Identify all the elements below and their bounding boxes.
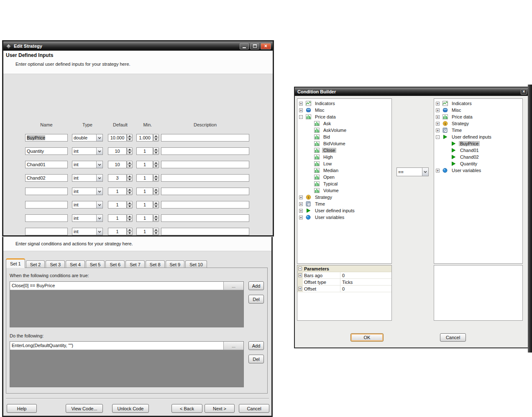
default-field[interactable]: 1 <box>108 228 127 235</box>
maximize-icon[interactable] <box>250 43 259 49</box>
expand-toggle[interactable]: + <box>299 202 303 206</box>
description-field[interactable] <box>161 161 249 168</box>
expand-toggle[interactable]: + <box>436 115 440 119</box>
expand-toggle[interactable]: + <box>436 102 440 106</box>
tree-item[interactable]: Bid <box>297 134 391 140</box>
chevron-down-icon[interactable] <box>96 175 102 181</box>
collapse-toggle[interactable]: - <box>298 267 302 270</box>
spin-down-icon[interactable] <box>153 218 159 222</box>
chevron-down-icon[interactable] <box>96 201 102 208</box>
tree-item[interactable]: Ask <box>297 120 391 127</box>
help-button[interactable]: Help <box>7 404 37 413</box>
spin-down-icon[interactable] <box>127 232 133 236</box>
actions-list[interactable]: EnterLong(DefaultQuantity, "")... <box>10 341 244 387</box>
expand-toggle[interactable]: + <box>436 129 440 132</box>
min-field[interactable]: 1.000 <box>136 134 153 142</box>
spin-down-icon[interactable] <box>153 232 159 236</box>
expand-toggle[interactable]: + <box>299 196 303 199</box>
add-action-button[interactable]: Add <box>248 341 264 350</box>
spin-down-icon[interactable] <box>127 191 133 196</box>
chevron-down-icon[interactable] <box>96 148 102 154</box>
expand-toggle[interactable]: + <box>436 169 440 172</box>
parameters-header[interactable]: - Parameters <box>297 265 391 272</box>
tree-item[interactable]: +User variables <box>297 214 391 221</box>
expand-toggle[interactable]: + <box>299 108 303 112</box>
tree-item[interactable]: +Price data <box>434 113 522 120</box>
expand-toggle[interactable]: + <box>436 122 440 126</box>
tree-item[interactable]: Volume <box>297 187 391 194</box>
default-field[interactable]: 1 <box>108 214 127 222</box>
list-item[interactable]: Close[0] == BuyPrice... <box>10 282 243 290</box>
tab-set-5[interactable]: Set 5 <box>86 260 105 268</box>
tree-item[interactable]: Chand02 <box>434 154 522 160</box>
spin-down-icon[interactable] <box>127 218 133 222</box>
description-field[interactable] <box>161 228 249 235</box>
default-field[interactable]: 3 <box>108 174 127 182</box>
type-select[interactable]: int <box>72 161 103 168</box>
tree-item[interactable]: Low <box>297 160 391 167</box>
next-button[interactable]: Next > <box>205 404 235 413</box>
spin-down-icon[interactable] <box>127 138 133 142</box>
close-icon[interactable]: × <box>261 43 271 49</box>
name-field[interactable]: BuyPrice <box>25 134 68 142</box>
default-field[interactable]: 10 <box>108 147 127 155</box>
tree-item[interactable]: Quantity <box>434 160 522 167</box>
chevron-down-icon[interactable] <box>96 161 102 168</box>
tree-item[interactable]: +$Strategy <box>434 120 522 127</box>
name-field[interactable]: Chand01 <box>25 161 68 168</box>
tree-item[interactable]: Median <box>297 167 391 174</box>
tree-item[interactable]: +Misc <box>434 107 522 113</box>
default-field[interactable]: 10.000 <box>108 134 127 142</box>
expand-toggle[interactable]: + <box>298 273 302 277</box>
tree-item[interactable]: +Misc <box>297 107 391 113</box>
back-button[interactable]: < Back <box>171 404 202 413</box>
description-field[interactable] <box>161 201 249 208</box>
tab-set-3[interactable]: Set 3 <box>46 260 65 268</box>
unlock-code-button[interactable]: Unlock Code <box>112 404 149 413</box>
spin-down-icon[interactable] <box>153 151 159 155</box>
tree-item[interactable]: Open <box>297 174 391 180</box>
tree-item[interactable]: Chand01 <box>434 147 522 154</box>
type-select[interactable]: int <box>72 188 103 195</box>
chevron-down-icon[interactable] <box>96 134 102 141</box>
tree-item[interactable]: +User defined inputs <box>297 207 391 214</box>
spin-down-icon[interactable] <box>127 178 133 182</box>
spin-down-icon[interactable] <box>127 151 133 155</box>
operator-select[interactable]: == <box>396 167 429 176</box>
min-field[interactable]: 1 <box>136 188 153 195</box>
spin-down-icon[interactable] <box>153 178 159 182</box>
delete-condition-button[interactable]: Del <box>248 295 264 304</box>
condition-builder-titlebar[interactable]: Condition Builder × <box>295 88 529 96</box>
name-field[interactable]: Chand02 <box>25 174 68 182</box>
min-field[interactable]: 1 <box>136 174 153 182</box>
description-field[interactable] <box>161 147 249 155</box>
spin-down-icon[interactable] <box>153 138 159 142</box>
name-field[interactable] <box>25 201 68 208</box>
min-field[interactable]: 1 <box>136 228 153 235</box>
tree-item[interactable]: +Indicators <box>434 100 522 107</box>
type-select[interactable]: int <box>72 174 103 182</box>
chevron-down-icon[interactable] <box>96 188 102 195</box>
name-field[interactable] <box>25 214 68 222</box>
description-field[interactable] <box>161 174 249 182</box>
min-field[interactable]: 1 <box>136 214 153 222</box>
name-field[interactable] <box>25 188 68 195</box>
tree-item[interactable]: +Time <box>434 127 522 134</box>
spin-down-icon[interactable] <box>153 165 159 169</box>
tab-set-7[interactable]: Set 7 <box>125 260 145 268</box>
edit-condition-button[interactable]: ... <box>223 282 243 290</box>
tree-item[interactable]: +User variables <box>434 167 522 174</box>
name-field[interactable] <box>25 228 68 235</box>
tab-set-1[interactable]: Set 1 <box>6 258 25 268</box>
tree-item[interactable]: BuyPrice <box>434 140 522 147</box>
chevron-down-icon[interactable] <box>96 228 102 235</box>
tree-item[interactable]: +Time <box>297 201 391 207</box>
tree-item[interactable]: -Price data <box>297 113 391 120</box>
expand-toggle[interactable]: + <box>299 102 303 106</box>
tree-item[interactable]: AskVolume <box>297 127 391 134</box>
spin-down-icon[interactable] <box>153 205 159 209</box>
description-field[interactable] <box>161 188 249 195</box>
parameter-value[interactable]: 0 <box>340 272 391 278</box>
spin-down-icon[interactable] <box>127 205 133 209</box>
parameter-row[interactable]: +Bars ago0 <box>297 272 391 279</box>
